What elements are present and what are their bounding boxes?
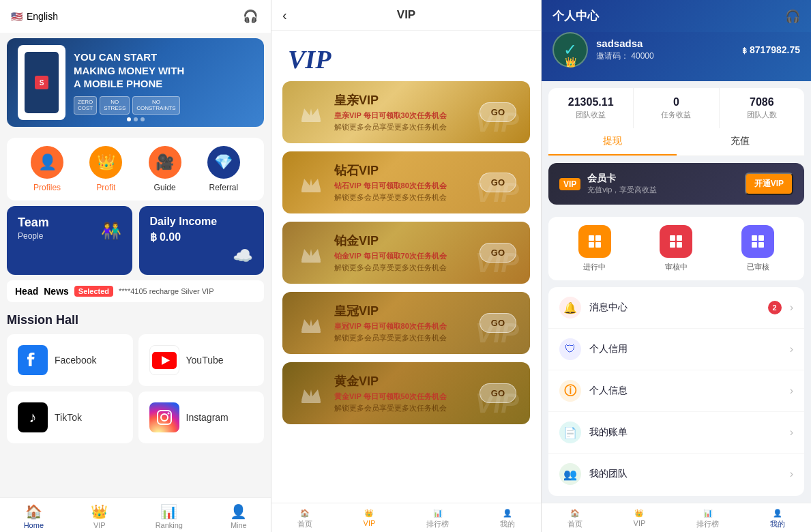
svg-rect-19	[758, 235, 764, 241]
profile-name: sadsadsa	[596, 38, 654, 49]
language-selector[interactable]: 🇺🇸 English	[11, 11, 58, 22]
vip-card-2-desc1: 钻石VIP 每日可领取80次任务机会	[334, 181, 471, 191]
team-card[interactable]: Team People 👫	[7, 206, 132, 275]
p2-nav-home[interactable]: 🏠 首页	[297, 509, 312, 529]
team-subtitle: People	[18, 231, 49, 241]
menu-my-team[interactable]: 👥 我的团队 ›	[548, 454, 804, 494]
p2-home-icon: 🏠	[300, 509, 310, 518]
menu-personal-credit[interactable]: 🛡 个人信用 ›	[548, 329, 804, 370]
vip-watermark-2: VIP	[475, 177, 519, 208]
vip-card-1-desc1: 皇亲VIP 每日可领取30次任务机会	[334, 110, 471, 121]
chevron-icon-4: ›	[790, 426, 793, 439]
vip-card-5-desc1: 黄金VIP 每日可领取50次任务机会	[334, 391, 471, 402]
vip-logo: VIP	[288, 44, 525, 74]
vip-open-button[interactable]: 开通VIP	[745, 173, 793, 195]
p2-nav-vip-label: VIP	[364, 519, 376, 527]
svg-rect-15	[677, 235, 682, 241]
vip-card-diamond[interactable]: 钻石VIP 钻石VIP 每日可领取80次任务机会 解锁更多会员享受更多次任务机会…	[282, 151, 530, 213]
task-in-progress[interactable]: 进行中	[578, 225, 611, 272]
mission-item-youtube[interactable]: YouTube	[138, 334, 265, 386]
vip-membership-banner[interactable]: VIP 会员卡 充值vip，享受高收益 开通VIP	[548, 163, 804, 205]
personal-info-text: 个人信息	[589, 385, 782, 397]
stat-team-income-label: 团队收益	[554, 110, 628, 120]
menu-my-bill[interactable]: 📄 我的账单 ›	[548, 412, 804, 454]
mission-item-tiktok[interactable]: ♪ TikTok	[7, 391, 133, 443]
p3-nav-mine[interactable]: 👤 我的	[770, 509, 785, 529]
back-button[interactable]: ‹	[282, 8, 287, 23]
vip-card-2-title: 钻石VIP	[334, 162, 471, 179]
badge-zero-cost: ZEROCOST	[74, 96, 97, 115]
p2-vip-icon: 👑	[364, 509, 374, 518]
panel3-title: 个人中心	[552, 8, 599, 24]
panel3-header: 个人中心 🎧	[542, 0, 811, 32]
recharge-btn[interactable]: 充值	[677, 128, 805, 156]
chevron-icon-5: ›	[790, 468, 793, 480]
news-selected-badge: Selected	[74, 286, 113, 297]
nav-home[interactable]: 🏠 Home	[24, 503, 44, 529]
vip-card-3-desc1: 铂金VIP 每日可领取70次任务机会	[334, 251, 471, 261]
task-reviewed[interactable]: 已审核	[741, 225, 774, 272]
team-card-text: Team People	[18, 216, 49, 241]
panel-profile: 个人中心 🎧 ✓ 👑 sadsadsa 邀请码： 40000 ฿ 8717982…	[542, 0, 811, 532]
guide-label: Guide	[154, 183, 176, 192]
instagram-label: Instagram	[186, 412, 228, 423]
p3-headphone-icon[interactable]: 🎧	[785, 9, 800, 24]
vip-card-1-desc2: 解锁更多会员享受更多次任务机会	[334, 122, 471, 132]
vip-banner-title: 会员卡	[587, 173, 657, 185]
banner-phone-mockup: S	[18, 45, 65, 120]
p2-nav-vip[interactable]: 👑 VIP	[364, 509, 376, 529]
dot-1	[127, 117, 131, 121]
news-head-label: Head	[15, 286, 38, 297]
banner-badges: ZEROCOST NOSTRESS NOCONSTRAINTS	[74, 96, 184, 115]
p3-nav-ranking[interactable]: 📊 排行榜	[696, 509, 719, 529]
mission-item-instagram[interactable]: Instagram	[138, 391, 265, 443]
nav-vip[interactable]: 👑 VIP	[91, 503, 108, 529]
p2-nav-mine-label: 我的	[500, 519, 515, 529]
nav-mine[interactable]: 👤 Mine	[230, 503, 247, 529]
menu-personal-info[interactable]: ⓘ 个人信息 ›	[548, 370, 804, 412]
p3-mine-icon: 👤	[773, 509, 782, 518]
withdraw-btn[interactable]: 提现	[548, 128, 677, 156]
income-card[interactable]: Daily Income ฿ 0.00 ☁️	[139, 206, 265, 275]
message-center-icon: 🔔	[559, 297, 581, 319]
panel1-bottom-nav: 🏠 Home 👑 VIP 📊 Ranking 👤 Mine	[0, 497, 271, 532]
my-bill-icon: 📄	[559, 422, 581, 443]
vip-card-imperial[interactable]: 皇亲VIP 皇亲VIP 每日可领取30次任务机会 解锁更多会员享受更多次任务机会…	[282, 81, 530, 143]
p3-nav-vip[interactable]: 👑 VIP	[634, 509, 646, 529]
stat-team-count-label: 团队人数	[725, 110, 799, 120]
profiles-label: Profiles	[33, 183, 61, 192]
p2-nav-ranking[interactable]: 📊 排行榜	[426, 509, 449, 529]
stat-team-income-value: 21305.11	[554, 96, 628, 108]
vip-card-platinum[interactable]: 铂金VIP 铂金VIP 每日可领取70次任务机会 解锁更多会员享受更多次任务机会…	[282, 222, 530, 284]
vip-card-gold[interactable]: 黄金VIP 黄金VIP 每日可领取50次任务机会 解锁更多会员享受更多次任务机会…	[282, 362, 530, 424]
quick-item-referral[interactable]: 💎 Referral	[207, 146, 240, 192]
vip-card-5-desc2: 解锁更多会员享受更多次任务机会	[334, 403, 471, 413]
crown-icon-3	[296, 238, 326, 268]
vip-watermark-1: VIP	[475, 107, 519, 138]
svg-rect-21	[758, 242, 764, 248]
profile-invite: 邀请码： 40000	[596, 50, 654, 62]
nav-ranking[interactable]: 📊 Ranking	[156, 503, 183, 529]
my-team-text: 我的团队	[589, 468, 782, 480]
quick-item-guide[interactable]: 🎥 Guide	[149, 146, 181, 192]
reviewing-label: 审核中	[665, 262, 688, 272]
instagram-logo	[149, 402, 179, 432]
mission-item-facebook[interactable]: Facebook	[7, 334, 133, 386]
headphone-button[interactable]: 🎧	[241, 7, 260, 26]
vip-card-crown[interactable]: 皇冠VIP 皇冠VIP 每日可领取80次任务机会 解锁更多会员享受更多次任务机会…	[282, 292, 530, 354]
vip-cards-list: 皇亲VIP 皇亲VIP 每日可领取30次任务机会 解锁更多会员享受更多次任务机会…	[271, 81, 541, 503]
quick-item-profit[interactable]: 👑 Profit	[89, 146, 122, 192]
p3-nav-home[interactable]: 🏠 首页	[567, 509, 583, 529]
vip-card-3-desc2: 解锁更多会员享受更多次任务机会	[334, 263, 471, 273]
quick-item-profiles[interactable]: 👤 Profiles	[31, 146, 63, 192]
menu-message-center[interactable]: 🔔 消息中心 2 ›	[548, 287, 804, 329]
profile-top: ✓ 👑 sadsadsa 邀请码： 40000 ฿ 8717982.75	[542, 32, 811, 81]
home-icon: 🏠	[25, 503, 42, 520]
mission-grid: Facebook YouTube ♪ TikTok	[7, 334, 264, 443]
avatar: ✓ 👑	[552, 32, 588, 68]
task-reviewing[interactable]: 审核中	[660, 225, 692, 272]
p2-nav-mine[interactable]: 👤 我的	[500, 509, 515, 529]
youtube-label: YouTube	[186, 355, 224, 366]
message-center-text: 消息中心	[589, 301, 760, 314]
panel2-bottom-nav: 🏠 首页 👑 VIP 📊 排行榜 👤 我的	[271, 503, 541, 532]
